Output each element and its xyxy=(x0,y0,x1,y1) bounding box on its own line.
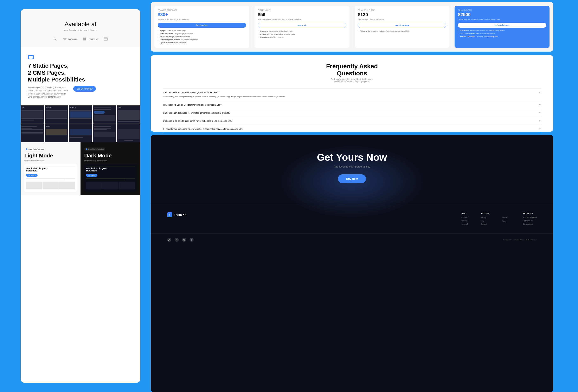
feature-1-5: Light & Dark mode. Open in any time. xyxy=(158,42,246,44)
buy-uikit-button[interactable]: Buy UI Kit xyxy=(258,23,346,28)
dark-mode-badge: Dark Mode Activated xyxy=(84,147,105,151)
footer-link-figma-uikit[interactable]: Figma UI Kit xyxy=(523,220,537,222)
other-social-icon[interactable] xyxy=(190,238,194,242)
footer-link-framer-template[interactable]: Framer Template xyxy=(523,217,537,218)
buy-template-button[interactable]: Buy template xyxy=(158,23,246,28)
svg-rect-3 xyxy=(85,38,86,39)
faq-title: Frequently AskedQuestions xyxy=(163,63,541,77)
plan-amount-4: $2500 xyxy=(458,12,546,17)
pricing-card-framer: Framer Template $80+ Available in two ti… xyxy=(154,6,249,48)
faq-chevron-3: ∨ xyxy=(539,112,541,115)
footer-link-contact[interactable]: Contact xyxy=(481,223,490,225)
logo-item-3: Logoipsum xyxy=(83,37,98,41)
footer-nav: F FrameKit HOME Home v1 Home v2 Home v3 … xyxy=(151,204,553,233)
footer-credits: Designed by Medialab Works • Built in Fr… xyxy=(503,239,537,241)
feature-4-3: Timeline adjustment. Could vary based on… xyxy=(458,36,546,38)
light-preview-btn: Get Started xyxy=(26,174,38,176)
svg-text:Be: Be xyxy=(176,239,178,241)
feature-3-1: All in one. Get all features inside the … xyxy=(358,30,446,32)
thumb-label-2: Projects xyxy=(46,107,51,108)
search-icon xyxy=(53,37,57,41)
footer-bottom: Be Designed by Medialab Works • Built in… xyxy=(151,233,553,246)
plan-type-2: Figma UI Kit xyxy=(258,9,346,11)
footer-brand: F FrameKit xyxy=(167,212,186,217)
framer-icon xyxy=(63,38,67,41)
feature-4-1: Start early. Get followup email in the n… xyxy=(458,30,546,32)
light-mode-preview: Your Path to ProgressStarts Here Get Sta… xyxy=(24,164,77,192)
pricing-panel: Framer Template $80+ Available in two ti… xyxy=(151,2,553,52)
feature-1-1: 9 pages: 7 static pages, 2 CMS pages. xyxy=(158,30,246,32)
cta-section: Get Yours Now And level up your personal… xyxy=(151,135,553,196)
thumb-page-8 xyxy=(69,124,92,142)
logo-label-2: logoipsum xyxy=(68,38,78,40)
faq-item-4[interactable]: Do I need to be able to use Figma/Framer… xyxy=(163,117,541,125)
thumb-page-9 xyxy=(93,124,116,142)
static-pages-heading: 7 Static Pages,2 CMS Pages,Multiple Poss… xyxy=(28,62,133,83)
footer-link-how-to[interactable]: How to xyxy=(502,217,508,218)
faq-question-4: Do I need to be able to use Figma/Framer… xyxy=(163,120,232,122)
feature-4-2: Free 3 revision batch. After initial req… xyxy=(458,33,546,35)
bookmark-icon xyxy=(104,37,108,41)
plan-amount-3: $120 xyxy=(358,12,446,17)
feature-1-4: Global component & styles. Text, color &… xyxy=(158,39,246,41)
faq-item-1[interactable]: Can I purchase and resell all the design… xyxy=(163,88,541,101)
dark-mode-preview: Your Path to ProgressStarts Here Get Sta… xyxy=(84,164,137,192)
thumb-row-2: Books xyxy=(21,124,140,142)
footer-link-home-v1[interactable]: Home v1 xyxy=(461,217,468,218)
footer-link-components[interactable]: Components xyxy=(523,223,537,225)
dribbble-icon[interactable] xyxy=(182,238,186,242)
feature-2-1: 56 screens, 3 breakpoints, light and dar… xyxy=(258,30,346,32)
thumb-row-1: rce Projects Products xyxy=(21,105,140,124)
x-icon[interactable] xyxy=(167,238,171,242)
light-mode-badge: Light Mode Activated xyxy=(24,147,46,151)
behance-icon[interactable]: Be xyxy=(175,238,179,242)
static-pages-section: 7 Static Pages,2 CMS Pages,Multiple Poss… xyxy=(21,47,140,105)
social-icons: Be xyxy=(167,238,194,242)
pricing-card-custom: Full Custom $2500 Get the template, and … xyxy=(455,6,549,48)
logo-item-1 xyxy=(53,37,57,41)
dark-mode-section: Dark Mode Activated Dark Mode to show cl… xyxy=(81,142,140,195)
thumb-label-1: rce xyxy=(22,107,24,108)
light-preview-heading: Your Path to ProgressStarts Here xyxy=(26,167,75,172)
logo-row: logoipsum Logoipsum xyxy=(29,37,132,41)
plan-features-1: 9 pages: 7 static pages, 2 CMS pages. 7 … xyxy=(158,30,246,44)
faq-question-3: Can I use each design kits for unlimited… xyxy=(163,112,230,114)
thumb-page-4 xyxy=(93,105,116,124)
faq-item-2[interactable]: Is All Products Can be Used for Personal… xyxy=(163,101,541,109)
footer-link-home-v2[interactable]: Home v2 xyxy=(461,220,468,222)
footer-link-store[interactable]: Store xyxy=(502,220,507,222)
svg-point-12 xyxy=(191,240,192,240)
thumb-page-5: Vide xyxy=(117,105,140,124)
thumb-page-7: Books xyxy=(45,124,68,142)
cta-buy-button[interactable]: Buy Now xyxy=(338,174,366,183)
mode-row: Light Mode Activated Light Mode to show … xyxy=(21,142,140,195)
feature-1-3: Responsive design. 3 different breakpoin… xyxy=(158,36,246,38)
svg-rect-2 xyxy=(83,38,85,39)
get-full-package-button[interactable]: Get full package xyxy=(358,23,446,28)
thumb-page-3: Products xyxy=(69,105,92,124)
footer-link-faq[interactable]: FAQ xyxy=(481,220,490,222)
preview-button[interactable]: See Live Preview xyxy=(73,86,96,92)
plan-type-1: Framer Template xyxy=(158,9,246,11)
footer-link-home-v3[interactable]: Home v3 xyxy=(461,223,468,225)
pricing-card-figma: Figma UI Kit $56 Extended License, suita… xyxy=(254,6,349,48)
faq-question-2: Is All Products Can be Used for Personal… xyxy=(163,104,222,106)
grid-icon xyxy=(83,37,87,41)
collaborate-button[interactable]: Let's Collaborate xyxy=(458,23,546,28)
plan-type-3: Framer + Figma xyxy=(358,9,446,11)
faq-item-3[interactable]: Can I use each design kits for unlimited… xyxy=(163,109,541,117)
faq-chevron-2: ∨ xyxy=(539,104,541,106)
faq-answer-1: Unfortunately, NO. After purchasing it, … xyxy=(163,95,503,98)
footer-brand-name: FrameKit xyxy=(174,213,186,217)
dark-preview-btn: Get Started xyxy=(86,174,97,176)
footer-logo-icon: F xyxy=(167,212,172,217)
logo-label-3: Logoipsum xyxy=(88,38,98,40)
svg-rect-4 xyxy=(83,39,85,41)
thumb-label-3: Products xyxy=(70,107,76,108)
faq-chevron-1: ∧ xyxy=(539,91,541,94)
faq-item-5[interactable]: If I need further customization, do you … xyxy=(163,125,541,133)
footer-nav-col-product: PRODUCT Framer Template Figma UI Kit Com… xyxy=(523,212,537,225)
thumb-page-6 xyxy=(21,124,44,142)
cta-footer-panel: Get Yours Now And level up your personal… xyxy=(151,135,553,392)
footer-link-pricing[interactable]: Pricing xyxy=(481,217,490,218)
